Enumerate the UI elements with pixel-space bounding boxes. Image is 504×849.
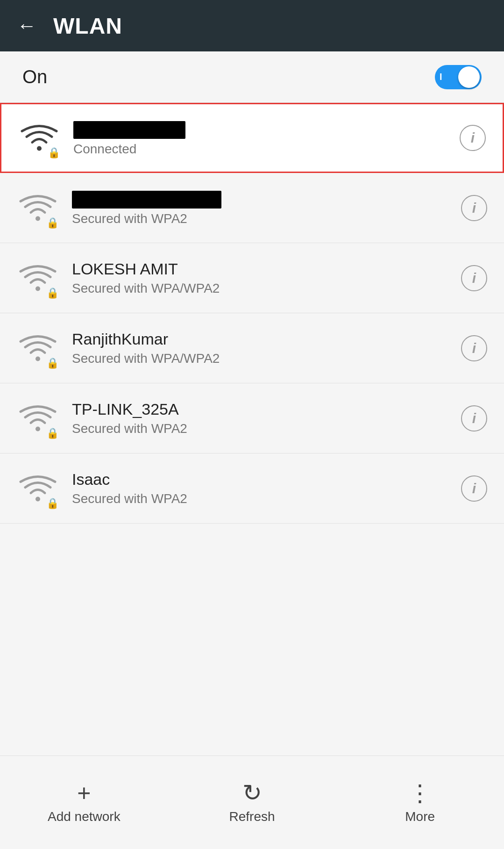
isaac-name: Isaac [72,470,448,489]
connected-network-status: Connected [73,142,447,157]
info-button-tplink[interactable]: i [461,405,487,432]
svg-point-3 [35,356,40,361]
svg-point-0 [37,146,42,151]
tplink-name: TP-LINK_325A [72,400,448,418]
page-title: WLAN [53,13,122,39]
network-2-info: Secured with WPA2 [72,189,448,226]
lock-icon-ranjith: 🔒 [46,357,59,369]
back-button[interactable]: ← [17,16,36,36]
lock-icon-tplink: 🔒 [46,427,59,439]
lock-icon-lokesh: 🔒 [46,287,59,299]
plus-icon: + [77,781,91,805]
lock-icon: 🔒 [48,147,60,159]
info-button-isaac[interactable]: i [461,475,487,502]
tplink-status: Secured with WPA2 [72,421,448,436]
lokesh-name: LOKESH AMIT [72,260,448,278]
network-item-ranjith[interactable]: 🔒 RanjithKumar Secured with WPA/WPA2 i [0,313,504,383]
lock-icon-isaac: 🔒 [46,497,59,510]
wifi-icon-2: 🔒 [17,192,59,224]
more-label: More [405,809,435,824]
ranjith-info: RanjithKumar Secured with WPA/WPA2 [72,330,448,366]
app-header: ← WLAN [0,0,504,51]
network-2-name [72,189,448,209]
add-network-label: Add network [48,809,121,824]
network-item-lokesh[interactable]: 🔒 LOKESH AMIT Secured with WPA/WPA2 i [0,243,504,313]
network-item-connected[interactable]: 🔒 Connected i [0,103,504,173]
wlan-toggle[interactable]: I [435,65,482,89]
lokesh-status: Secured with WPA/WPA2 [72,281,448,296]
svg-point-4 [35,426,40,431]
lokesh-info: LOKESH AMIT Secured with WPA/WPA2 [72,260,448,296]
wlan-toggle-row: On I [0,51,504,103]
toggle-label: On [22,66,47,87]
info-button-connected[interactable]: i [460,125,486,151]
network-item-2[interactable]: 🔒 Secured with WPA2 i [0,173,504,243]
more-button[interactable]: ⋮ More [336,781,504,824]
wifi-icon-isaac: 🔒 [17,472,59,505]
ranjith-status: Secured with WPA/WPA2 [72,351,448,366]
wifi-icon-lokesh: 🔒 [17,262,59,295]
refresh-button[interactable]: ↻ Refresh [168,781,336,824]
redacted-name [73,121,185,139]
refresh-icon: ↻ [242,781,262,805]
refresh-label: Refresh [229,809,275,824]
wifi-icon-ranjith: 🔒 [17,332,59,365]
isaac-info: Isaac Secured with WPA2 [72,470,448,506]
bottom-action-bar: + Add network ↻ Refresh ⋮ More [0,755,504,849]
connected-network-info: Connected [73,119,447,156]
info-button-2[interactable]: i [461,195,487,221]
info-button-ranjith[interactable]: i [461,335,487,361]
wifi-icon-tplink: 🔒 [17,402,59,435]
network-list: 🔒 Connected i 🔒 Secured with WPA2 [0,103,504,755]
isaac-status: Secured with WPA2 [72,491,448,506]
info-button-lokesh[interactable]: i [461,265,487,291]
add-network-button[interactable]: + Add network [0,781,168,824]
network-2-status: Secured with WPA2 [72,211,448,226]
wifi-icon-connected: 🔒 [18,122,60,154]
svg-point-1 [35,216,40,221]
lock-icon-2: 🔒 [46,217,59,229]
tplink-info: TP-LINK_325A Secured with WPA2 [72,400,448,436]
redacted-name-2 [72,191,221,209]
svg-point-2 [35,286,40,291]
network-item-tplink[interactable]: 🔒 TP-LINK_325A Secured with WPA2 i [0,383,504,453]
toggle-knob [458,66,480,88]
network-item-isaac[interactable]: 🔒 Isaac Secured with WPA2 i [0,453,504,524]
svg-point-5 [35,496,40,501]
toggle-on-text: I [440,72,442,82]
connected-network-name [73,119,447,138]
more-icon: ⋮ [408,781,432,805]
ranjith-name: RanjithKumar [72,330,448,348]
